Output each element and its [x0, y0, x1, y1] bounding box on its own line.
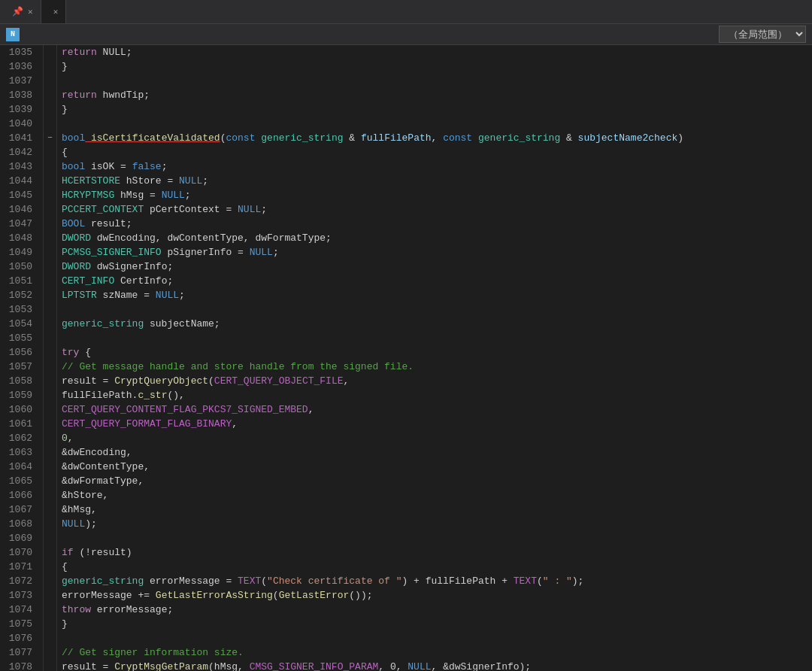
fold-marker[interactable]: − [44, 131, 56, 145]
operator-token: ( [220, 131, 226, 145]
code-line: } [62, 59, 812, 74]
code-line: // Get signer information size. [62, 645, 812, 660]
type-token: DWORD [62, 231, 91, 245]
tab-common-cpp-pin[interactable]: 📌 [12, 6, 23, 17]
line-num: 1073 [0, 588, 37, 603]
fold-marker [44, 102, 56, 117]
function-token: GetLastError [279, 588, 350, 603]
keyword-token: BOOL [62, 217, 85, 231]
function-token: CryptMsgGetParam [114, 660, 208, 671]
const-value-token: NULL [179, 174, 202, 188]
code-line [62, 117, 812, 131]
operator-token: errorMessage; [91, 603, 173, 617]
code-line: fullFilePath.c_str(), [62, 388, 812, 402]
function-token: c_str [138, 388, 167, 402]
code-line: CERT_INFO CertInfo; [62, 274, 812, 288]
line-num: 1035 [0, 45, 37, 59]
type-token: HCERTSTORE [62, 174, 120, 188]
operator-token: result = [62, 374, 114, 388]
const-value-token: NULL [238, 202, 261, 217]
code-line: generic_string errorMessage = TEXT("Chec… [62, 574, 812, 588]
const-value-token: NULL [250, 245, 273, 260]
operator-token: pSignerInfo = [162, 245, 250, 260]
line-num: 1036 [0, 59, 37, 74]
line-num: 1038 [0, 88, 37, 102]
operator-token: & [560, 131, 572, 145]
type-token: generic_string [472, 131, 560, 145]
operator-token: dwEncoding, dwContentType, dwFormatType; [91, 231, 332, 245]
code-line: // Get message handle and store handle f… [62, 360, 812, 374]
keyword-token: bool [62, 159, 85, 174]
code-line: bool isOK = false; [62, 159, 812, 174]
operator-token: , [432, 131, 438, 145]
line-num: 1039 [0, 102, 37, 117]
operator-token: ); [572, 574, 584, 588]
line-num: 1063 [0, 445, 37, 460]
operator-token: &hMsg, [62, 502, 97, 517]
code-line: CERT_QUERY_FORMAT_FLAG_BINARY, [62, 417, 812, 431]
operator-token: pCertContext = [144, 202, 238, 217]
fold-marker [44, 502, 56, 517]
tab-common-cpp-close[interactable]: ✕ [28, 7, 33, 17]
code-line: CERT_QUERY_CONTENT_FLAG_PKCS7_SIGNED_EMB… [62, 402, 812, 417]
title-bar: 📌 ✕ ✕ [0, 0, 812, 24]
code-line: PCCERT_CONTEXT pCertContext = NULL; [62, 202, 812, 217]
fold-marker [44, 460, 56, 474]
control-keyword-token: return [62, 45, 97, 59]
const-value-token: NULL [156, 288, 179, 302]
param-token: subjectName2check [572, 131, 677, 145]
macro-token: CERT_QUERY_CONTENT_FLAG_PKCS7_SIGNED_EMB… [62, 402, 308, 417]
line-num: 1045 [0, 188, 37, 202]
fold-marker [44, 317, 56, 331]
code-line: { [62, 145, 812, 159]
fold-marker [44, 274, 56, 288]
line-num: 1050 [0, 260, 37, 274]
tab-common-cpp[interactable]: 📌 ✕ [0, 0, 41, 23]
operator-token: & [344, 131, 356, 145]
fold-marker [44, 202, 56, 217]
scope-dropdown[interactable]: （全局范围） [719, 26, 806, 43]
operator-token: szName = [97, 288, 156, 302]
operator-token: { [62, 560, 68, 574]
operator-token: ); [85, 517, 97, 531]
operator-token: &dwFormatType, [62, 474, 144, 488]
code-line: DWORD dwEncoding, dwContentType, dwForma… [62, 231, 812, 245]
type-token: LPTSTR [62, 288, 97, 302]
operator-token: , [232, 417, 238, 431]
fold-marker [44, 617, 56, 631]
type-token: DWORD [62, 260, 91, 274]
code-line: } [62, 617, 812, 631]
keyword-token: const [226, 131, 255, 145]
tab-scintilla-cpp[interactable]: ✕ [41, 0, 67, 23]
line-num: 1066 [0, 488, 37, 502]
code-line: &hStore, [62, 488, 812, 502]
line-num: 1075 [0, 617, 37, 631]
operator-token: &dwEncoding, [62, 445, 132, 460]
operator-token: } [62, 59, 68, 74]
operator-token: } [62, 102, 68, 117]
fold-marker [44, 531, 56, 545]
fold-marker [44, 360, 56, 374]
operator-token: ; [273, 245, 279, 260]
code-line: HCERTSTORE hStore = NULL; [62, 174, 812, 188]
code-line: } [62, 102, 812, 117]
fold-marker [44, 417, 56, 431]
line-num: 1055 [0, 331, 37, 345]
type-token: generic_string [62, 574, 144, 588]
line-num: 1070 [0, 545, 37, 560]
code-line: DWORD dwSignerInfo; [62, 260, 812, 274]
operator-token: ( [537, 574, 543, 588]
code-line: throw errorMessage; [62, 603, 812, 617]
fold-marker [44, 188, 56, 202]
line-num: 1048 [0, 231, 37, 245]
operator-token: ) [677, 131, 683, 145]
comment-token: // Get signer information size. [62, 645, 244, 660]
type-token: generic_string [255, 131, 343, 145]
code-content[interactable]: return NULL;} return hwndTip;} bool isCe… [57, 45, 812, 671]
tab-scintilla-cpp-close[interactable]: ✕ [53, 7, 59, 17]
fold-marker [44, 388, 56, 402]
fold-column: − [44, 45, 57, 671]
type-token: HCRYPTMSG [62, 188, 114, 202]
keyword-token: bool [62, 131, 85, 145]
line-num: 1041 [0, 131, 37, 145]
